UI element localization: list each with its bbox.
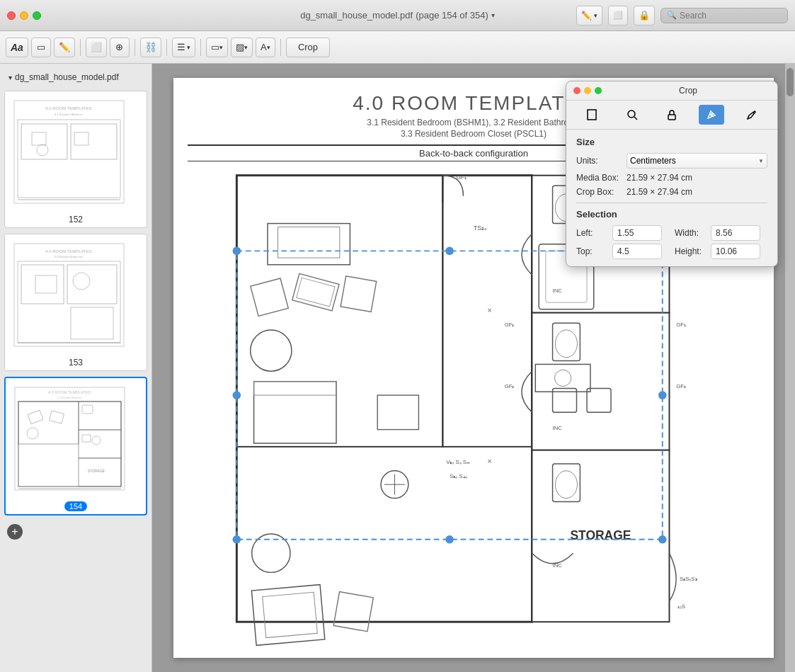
top-input[interactable] bbox=[612, 244, 662, 259]
panel-close-button[interactable] bbox=[573, 87, 580, 94]
thumbnail-154[interactable]: 4.0 ROOM TEMPLATES 3.1 Resident Bedroom bbox=[4, 377, 147, 516]
shape-tool-button[interactable]: ▭ ▾ bbox=[206, 38, 228, 57]
width-input[interactable] bbox=[711, 225, 760, 241]
separator-3 bbox=[166, 39, 167, 56]
search-icon: 🔍 bbox=[667, 11, 677, 20]
maximize-button[interactable] bbox=[33, 11, 41, 20]
crop-tool-pen-active[interactable] bbox=[699, 105, 724, 125]
pen-icon: ✏️ bbox=[581, 11, 592, 21]
minimize-button[interactable] bbox=[20, 11, 28, 20]
fit-button[interactable]: ⬜ bbox=[608, 6, 628, 25]
top-row: Top: bbox=[576, 244, 669, 259]
svg-text:GF₁: GF₁ bbox=[457, 174, 467, 181]
traffic-lights bbox=[7, 11, 41, 20]
title-bar: dg_small_house_model.pdf (page 154 of 35… bbox=[0, 0, 795, 31]
crop-box-value: 21.59 × 27.94 cm bbox=[627, 187, 692, 197]
svg-text:GF₁: GF₁ bbox=[505, 321, 515, 328]
crop-box-row: Crop Box: 21.59 × 27.94 cm bbox=[576, 187, 767, 197]
crop-tool-lock[interactable] bbox=[659, 105, 685, 125]
separator-5 bbox=[280, 39, 281, 56]
sidebar: ▾ dg_small_house_model.pdf 4.0 ROOM TEMP… bbox=[0, 64, 152, 672]
crop-panel-body: Size Units: Centimeters Inches Points Me… bbox=[566, 130, 777, 266]
text-tool-button[interactable]: Aa bbox=[6, 38, 28, 57]
annotate-button[interactable]: ✏️ ▾ bbox=[576, 6, 602, 25]
font-tool-button[interactable]: A ▾ bbox=[256, 38, 275, 57]
thumbnail-154-label-row: 154 bbox=[6, 499, 146, 514]
sidebar-collapse-icon[interactable]: ▾ bbox=[8, 74, 12, 81]
panel-max-button[interactable] bbox=[595, 87, 602, 94]
content-area: ▾ dg_small_house_model.pdf 4.0 ROOM TEMP… bbox=[0, 64, 795, 672]
svg-text:INC: INC bbox=[553, 287, 563, 294]
svg-rect-10 bbox=[14, 244, 124, 346]
svg-text:INC: INC bbox=[553, 425, 563, 431]
svg-point-76 bbox=[445, 247, 454, 256]
link-tool-button[interactable]: ⛓️ bbox=[140, 38, 161, 57]
svg-rect-102 bbox=[668, 115, 675, 120]
height-row: Height: bbox=[675, 244, 767, 259]
svg-rect-99 bbox=[588, 110, 596, 120]
search-container: 🔍 bbox=[660, 8, 788, 23]
svg-text:4.0 ROOM TEMPLATES: 4.0 ROOM TEMPLATES bbox=[45, 249, 91, 254]
title-dropdown-icon[interactable]: ▾ bbox=[491, 11, 495, 19]
share-icon: 🔒 bbox=[639, 10, 650, 21]
crop-tool-pencil[interactable] bbox=[739, 105, 765, 125]
stamp-tool-button[interactable]: ⬜ bbox=[86, 38, 107, 57]
panel-traffic-lights bbox=[573, 87, 602, 94]
pdf-scrollbar[interactable] bbox=[785, 64, 795, 672]
svg-text:₁₅S: ₁₅S bbox=[677, 603, 685, 610]
width-row: Width: bbox=[675, 225, 767, 241]
color-tool-button[interactable]: ▨ ▾ bbox=[231, 38, 253, 57]
thumbnail-153[interactable]: 4.0 ROOM TEMPLATES 3.2 Resident Bathroom… bbox=[4, 234, 147, 371]
crop-button[interactable]: Crop bbox=[286, 38, 330, 57]
units-select[interactable]: Centimeters Inches Points bbox=[627, 153, 767, 169]
svg-text:V₃ₐ Sₐ Sₘ: V₃ₐ Sₐ Sₘ bbox=[446, 459, 470, 465]
draw-tool-button[interactable]: ✏️ bbox=[54, 38, 75, 57]
svg-point-78 bbox=[233, 391, 241, 399]
crop-tool-page[interactable] bbox=[579, 105, 605, 125]
svg-point-82 bbox=[658, 535, 667, 544]
svg-point-103 bbox=[710, 113, 713, 116]
thumb-153-sketch: 4.0 ROOM TEMPLATES 3.2 Resident Bathroom bbox=[11, 240, 127, 350]
annotate-dropdown[interactable]: ▾ bbox=[594, 12, 597, 19]
thumbnail-154-image: 4.0 ROOM TEMPLATES 3.1 Resident Bedroom bbox=[6, 378, 133, 499]
align-tool-button[interactable]: ☰ ▾ bbox=[172, 38, 195, 57]
crop-panel-title-bar: Crop bbox=[566, 81, 777, 101]
search-input[interactable] bbox=[680, 11, 782, 21]
move-tool-button[interactable]: ⊕ bbox=[110, 38, 130, 57]
separator-4 bbox=[200, 39, 201, 56]
svg-rect-36 bbox=[236, 176, 532, 622]
svg-point-80 bbox=[233, 535, 241, 544]
media-box-row: Media Box: 21.59 × 27.94 cm bbox=[576, 173, 767, 183]
svg-text:TS₃ₐ: TS₃ₐ bbox=[474, 224, 487, 232]
add-page-button[interactable]: + bbox=[7, 524, 23, 540]
left-input[interactable] bbox=[612, 225, 662, 241]
svg-point-75 bbox=[233, 247, 241, 256]
fit-icon: ⬜ bbox=[613, 11, 623, 20]
svg-text:STORAGE: STORAGE bbox=[87, 469, 105, 473]
rect-tool-button[interactable]: ▭ bbox=[31, 38, 51, 57]
close-button[interactable] bbox=[7, 11, 16, 20]
units-row: Units: Centimeters Inches Points bbox=[576, 153, 767, 169]
svg-text:S₃S₅S₃: S₃S₅S₃ bbox=[680, 576, 697, 582]
left-label: Left: bbox=[576, 228, 608, 238]
svg-text:GF₁: GF₁ bbox=[676, 321, 686, 328]
height-input[interactable] bbox=[711, 244, 760, 259]
size-section-label: Size bbox=[576, 137, 767, 147]
share-button[interactable]: 🔒 bbox=[634, 6, 655, 25]
thumbnail-152[interactable]: 4.0 ROOM TEMPLATES 3.1 Resident Bedroom … bbox=[4, 91, 147, 228]
svg-point-79 bbox=[658, 391, 667, 399]
crop-panel-toolbar bbox=[566, 101, 777, 130]
panel-min-button[interactable] bbox=[584, 87, 591, 94]
svg-text:INC: INC bbox=[553, 562, 563, 569]
main-toolbar: Aa ▭ ✏️ ⬜ ⊕ ⛓️ ☰ ▾ ▭ ▾ ▨ ▾ A ▾ Crop bbox=[0, 31, 795, 64]
svg-text:4.0 ROOM TEMPLATES: 4.0 ROOM TEMPLATES bbox=[45, 106, 91, 110]
svg-text:×: × bbox=[487, 457, 491, 465]
svg-text:3.1 Resident Bedroom: 3.1 Resident Bedroom bbox=[55, 113, 83, 116]
panel-divider bbox=[576, 203, 767, 203]
thumbnail-154-badge: 154 bbox=[64, 501, 87, 511]
thumbnail-152-label: 152 bbox=[5, 212, 147, 227]
thumbnail-153-image: 4.0 ROOM TEMPLATES 3.2 Resident Bathroom bbox=[5, 234, 132, 355]
svg-text:GF₂: GF₂ bbox=[505, 383, 515, 389]
crop-tool-search[interactable] bbox=[619, 105, 645, 125]
svg-point-81 bbox=[445, 535, 454, 544]
